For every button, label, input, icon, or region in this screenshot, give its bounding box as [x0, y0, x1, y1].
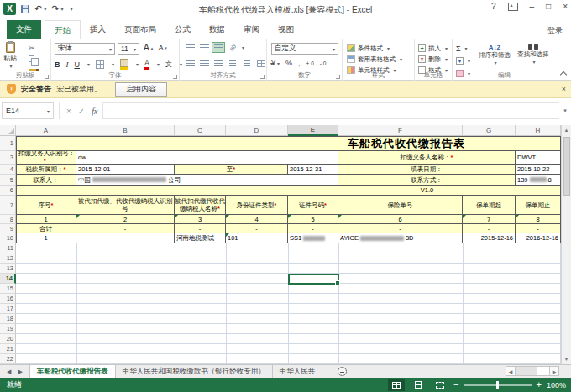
underline-button[interactable]: U	[75, 60, 81, 69]
insert-function-icon[interactable]: fx	[92, 107, 97, 116]
row-header-11[interactable]: 11	[0, 243, 16, 253]
redo-dropdown-icon[interactable]: ▾	[60, 6, 63, 12]
conditional-formatting-button[interactable]: 条件格式 ▾	[347, 43, 390, 54]
ribbon-display-options-button[interactable]	[508, 3, 518, 11]
percent-style-button[interactable]: %	[286, 59, 292, 67]
zoom-slider[interactable]	[464, 384, 532, 386]
version-cell[interactable]: V1.0	[16, 186, 561, 196]
sheet-tab-report[interactable]: 车船税代收代缴报告表	[29, 365, 116, 378]
copy-button[interactable]	[29, 54, 39, 64]
clipboard-dialog-launcher[interactable]	[45, 75, 49, 79]
phone-value-cell[interactable]: 1398	[516, 175, 561, 186]
index-cell[interactable]: 4	[226, 215, 288, 224]
index-cell[interactable]: 5	[288, 215, 338, 224]
row-header-6[interactable]: 6	[0, 186, 16, 196]
col-header-A[interactable]: A	[16, 125, 76, 136]
header-seq-cell[interactable]: 序号*	[16, 196, 76, 215]
enable-content-button[interactable]: 启用内容	[115, 82, 167, 97]
row-header-10[interactable]: 10	[0, 233, 16, 243]
data-taxpayer-id-cell[interactable]	[76, 233, 175, 243]
redo-button[interactable]: ↷▾	[51, 3, 63, 14]
row-header-9[interactable]: 9	[0, 224, 16, 233]
col-header-E[interactable]: E	[288, 125, 338, 136]
withholder-name-label-cell[interactable]: 扣缴义务人名称：*	[338, 151, 516, 165]
font-color-button[interactable]: A	[144, 59, 149, 70]
row-header-4[interactable]: 4	[0, 165, 16, 175]
cut-button[interactable]: ✂	[29, 43, 39, 53]
col-header-B[interactable]: B	[76, 125, 175, 136]
increase-indent-button[interactable]	[240, 58, 254, 69]
font-color-dropdown-icon[interactable]: ▾	[157, 61, 160, 67]
tab-file[interactable]: 文件	[7, 20, 41, 39]
align-bottom-button[interactable]	[212, 42, 225, 53]
data-seq-cell[interactable]: 1	[16, 233, 76, 243]
comma-style-button[interactable]: ,	[298, 59, 301, 67]
number-dialog-launcher[interactable]	[336, 75, 340, 79]
row-header-7[interactable]: 7	[0, 196, 16, 215]
alignment-dialog-launcher[interactable]	[260, 75, 265, 79]
format-as-table-button[interactable]: 套用表格格式 ▾	[347, 54, 402, 65]
header-id-type-cell[interactable]: 身份证件类型*	[226, 196, 288, 215]
borders-button[interactable]	[96, 60, 104, 69]
fill-button[interactable]: ▼▾	[456, 55, 470, 66]
data-cert-no-cell[interactable]: SS1	[288, 233, 338, 243]
data-policy-end-cell[interactable]: 2016-12-16	[516, 233, 561, 243]
zoom-level[interactable]: 100%	[547, 381, 566, 389]
header-policy-end-cell[interactable]: 保单期止	[516, 196, 561, 215]
empty-cells[interactable]	[16, 294, 561, 304]
sheet-tab-payment-book[interactable]: 中华人民共和国税收缴款书（银行经收专用）	[116, 365, 273, 378]
insert-cells-button[interactable]: + 插入 ▾	[418, 43, 448, 54]
increase-decimal-button[interactable]: +.0	[306, 60, 314, 66]
paste-dropdown-icon[interactable]: ▾	[9, 63, 12, 69]
collapse-ribbon-button[interactable]	[560, 71, 566, 76]
page-layout-view-button[interactable]	[410, 379, 427, 391]
row-header-22[interactable]: 22	[0, 354, 16, 364]
autosum-button[interactable]: Σ▾	[456, 43, 470, 54]
restore-button[interactable]: □	[546, 2, 551, 11]
tab-page-layout[interactable]: 页面布局	[115, 20, 165, 39]
page-break-view-button[interactable]	[432, 379, 448, 391]
undo-dropdown-icon[interactable]: ▾	[44, 6, 46, 12]
font-size-select[interactable]: 11▾	[118, 43, 139, 55]
accounting-format-button[interactable]: ¥▾	[271, 59, 280, 67]
name-box[interactable]: E14 ▾	[2, 102, 54, 119]
index-cell[interactable]: 2	[76, 215, 175, 224]
cancel-entry-icon[interactable]: ×	[66, 107, 71, 116]
row-header-13[interactable]: 13	[0, 264, 16, 274]
total-dash-cell[interactable]: -	[175, 224, 226, 233]
contact-label-cell[interactable]: 联系人：	[16, 175, 76, 186]
col-header-H[interactable]: H	[516, 125, 561, 136]
decrease-decimal-button[interactable]: -.0	[320, 60, 327, 66]
zoom-out-button[interactable]: −	[453, 380, 458, 389]
total-dash-cell[interactable]: -	[226, 224, 288, 233]
tab-home[interactable]: 开始	[45, 20, 81, 39]
minimize-button[interactable]: –	[530, 2, 535, 11]
align-right-button[interactable]	[212, 58, 225, 69]
tab-review[interactable]: 审阅	[234, 20, 269, 39]
data-policy-no-cell[interactable]: AYICE3D	[338, 233, 463, 243]
prev-sheet-icon[interactable]: ◀	[7, 368, 11, 375]
sort-filter-button[interactable]: A↓Z 排序和筛选 ▾	[476, 44, 513, 65]
formula-input[interactable]	[102, 102, 559, 119]
horizontal-scroll-thumb[interactable]	[516, 367, 537, 375]
withholder-id-value-cell[interactable]: dw	[76, 151, 338, 165]
col-header-F[interactable]: F	[338, 125, 463, 136]
align-center-button[interactable]	[197, 58, 211, 69]
tax-period-to-cell[interactable]: 至*	[175, 165, 288, 175]
empty-cells[interactable]	[16, 334, 561, 344]
orientation-button[interactable]: ab	[226, 42, 239, 53]
row-header-21[interactable]: 21	[0, 344, 16, 354]
phone-label-cell[interactable]: 联系方式：	[338, 175, 516, 186]
orientation-dropdown-icon[interactable]: ▾	[242, 44, 244, 50]
empty-cells[interactable]	[16, 284, 561, 294]
scroll-up-icon[interactable]: ▲	[562, 125, 571, 135]
col-header-C[interactable]: C	[175, 125, 226, 136]
data-taxpayer-name-cell[interactable]: 河南地税测试	[175, 233, 226, 243]
row-header-5[interactable]: 5	[0, 175, 16, 186]
row-header-16[interactable]: 16	[0, 294, 16, 304]
new-sheet-button[interactable]	[338, 367, 347, 376]
header-policy-no-cell[interactable]: 保险单号	[338, 196, 463, 215]
tax-period-label-cell[interactable]: 税款所属期：*	[16, 165, 76, 175]
font-dialog-launcher[interactable]	[173, 75, 177, 79]
tax-period-end-cell[interactable]: 2015-12-31	[288, 165, 338, 175]
